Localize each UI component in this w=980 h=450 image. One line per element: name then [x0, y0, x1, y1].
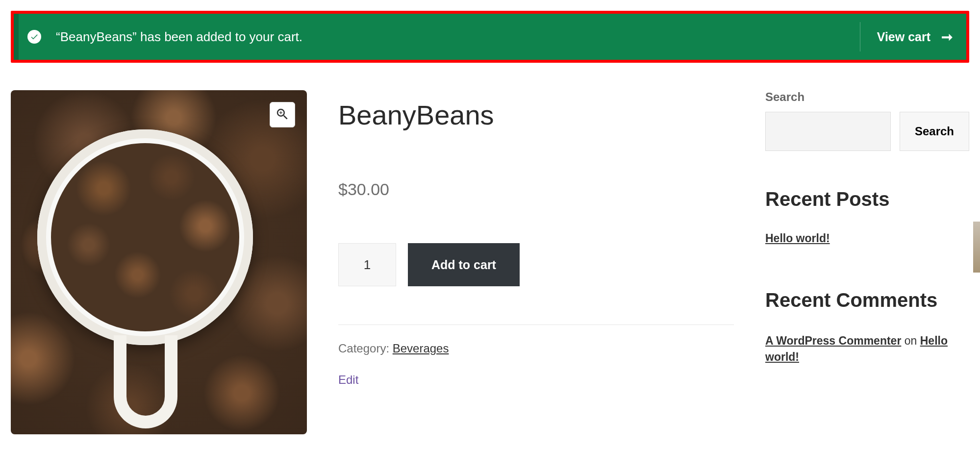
category-link[interactable]: Beverages [393, 342, 449, 355]
recent-comments-heading: Recent Comments [765, 289, 969, 311]
magnifier-plus-icon [275, 107, 290, 123]
arrow-right-icon: ➞ [941, 29, 953, 45]
product-image[interactable] [11, 90, 307, 434]
category-label: Category: [338, 342, 393, 355]
view-cart-label: View cart [877, 30, 930, 44]
comment-author-link[interactable]: A WordPress Commenter [765, 334, 901, 347]
add-to-cart-form: Add to cart [338, 243, 734, 286]
comment-connector: on [901, 334, 920, 347]
product-price: $30.00 [338, 180, 734, 199]
recent-comment-item: A WordPress Commenter on Hello world! [765, 333, 969, 366]
search-form: Search [765, 112, 969, 151]
recent-post-link[interactable]: Hello world! [765, 232, 830, 245]
product-title: BeanyBeans [338, 99, 734, 131]
product-category-row: Category: Beverages [338, 342, 734, 355]
view-cart-link[interactable]: View cart ➞ [860, 22, 953, 51]
zoom-image-button[interactable] [270, 102, 295, 127]
added-to-cart-notice-highlight: “BeanyBeans” has been added to your cart… [11, 11, 969, 63]
recent-posts-heading: Recent Posts [765, 188, 969, 210]
product-image-cup-handle [114, 335, 177, 428]
edit-product-link[interactable]: Edit [338, 373, 358, 386]
search-heading: Search [765, 90, 969, 104]
product-image-cup [37, 129, 253, 345]
edit-product-row: Edit [338, 373, 734, 387]
add-to-cart-button[interactable]: Add to cart [408, 243, 520, 286]
search-button[interactable]: Search [900, 112, 969, 151]
search-input[interactable] [765, 112, 891, 151]
meta-separator [338, 325, 734, 325]
added-to-cart-notice: “BeanyBeans” has been added to your cart… [14, 14, 966, 60]
offscreen-thumbnail-peek [973, 222, 980, 273]
quantity-input[interactable] [338, 243, 396, 286]
notice-message: “BeanyBeans” has been added to your cart… [56, 29, 860, 45]
success-check-icon [27, 30, 41, 44]
